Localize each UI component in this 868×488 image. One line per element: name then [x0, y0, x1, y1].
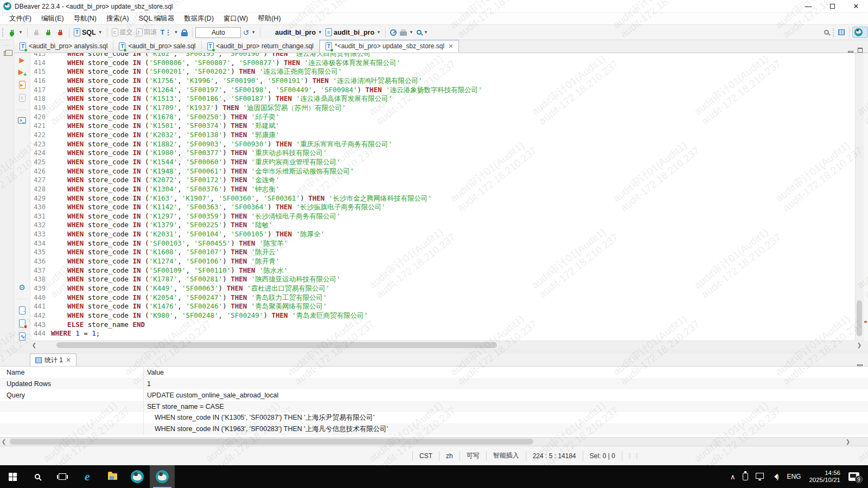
- sql-editor-button[interactable]: T SQL▼: [72, 27, 104, 37]
- results-horizontal-scrollbar[interactable]: ❮ ❯: [0, 437, 868, 446]
- code-line[interactable]: 428 WHEN store_code IN ('K1304', 'SF0037…: [30, 185, 855, 194]
- export-button[interactable]: ▼: [398, 28, 415, 37]
- tray-expand-chevron-icon[interactable]: ∧: [726, 465, 739, 488]
- code-line[interactable]: 426 WHEN store_code IN ('K1948', 'SF0006…: [30, 167, 855, 176]
- code-line[interactable]: 442 WHEN store_code IN ('K980', 'SF00248…: [30, 311, 855, 320]
- network-icon[interactable]: [752, 465, 768, 488]
- menu-item[interactable]: 文件(F): [4, 13, 36, 24]
- start-button[interactable]: [0, 465, 25, 488]
- minimize-button[interactable]: —: [796, 0, 820, 12]
- tab-close-icon[interactable]: ✕: [448, 43, 453, 50]
- taskbar-clock[interactable]: 14:56 2025/10/21: [805, 470, 845, 484]
- settings-gear-icon[interactable]: ⚙: [18, 284, 25, 291]
- code-line[interactable]: 443 ELSE store_name END: [30, 320, 855, 330]
- execute-script-icon[interactable]: ▸: [19, 81, 25, 89]
- editor-tab[interactable]: T*<audit_bi_pro> update_sbz_store.sql✕: [320, 40, 459, 53]
- code-line[interactable]: 441 WHEN store_code IN ('K1476', 'SF0024…: [30, 302, 855, 311]
- table-row[interactable]: Updated Rows1: [0, 378, 868, 389]
- code-line[interactable]: 417 WHEN store_code IN ('K1264', 'SF0019…: [30, 86, 855, 95]
- transaction-lock-icon[interactable]: [180, 28, 189, 37]
- dbeaver-taskbar-icon-active[interactable]: [150, 465, 175, 488]
- search-menu-button[interactable]: ▼: [415, 29, 430, 36]
- code-line[interactable]: 425 WHEN store_code IN ('K1544', 'SF0006…: [30, 158, 855, 167]
- editor-vertical-scrollbar[interactable]: [855, 53, 863, 341]
- code-line[interactable]: 424 WHEN store_code IN ('K1980', 'SF0037…: [30, 149, 855, 158]
- database-navigator-icon[interactable]: [3, 59, 11, 68]
- column-header-name[interactable]: Name: [0, 367, 144, 378]
- editor-tab[interactable]: T<audit_bi_pro> sale.sql: [113, 40, 201, 53]
- results-scroll-right-arrow[interactable]: ❯: [844, 438, 852, 446]
- new-connection-button[interactable]: ▼: [6, 27, 24, 38]
- explain-plan-icon[interactable]: ≡: [19, 94, 25, 102]
- code-line[interactable]: 418 WHEN store_code IN ('K1513', 'SF0018…: [30, 94, 855, 104]
- status-segment[interactable]: 智能插入: [487, 451, 526, 461]
- code-line[interactable]: 434 WHEN store_code IN ('SF00103', 'SF00…: [30, 239, 855, 248]
- results-scroll-left-arrow[interactable]: ❮: [0, 438, 8, 446]
- status-segment[interactable]: CST: [412, 451, 439, 461]
- close-button[interactable]: ✕: [844, 0, 868, 12]
- code-line[interactable]: 422 WHEN store_code IN ('K2032', 'SF0013…: [30, 131, 855, 140]
- execute-new-tab-icon[interactable]: ▶: [18, 68, 26, 76]
- code-line[interactable]: 419 WHEN store_code IN ('K1709', 'K1937'…: [30, 104, 855, 113]
- disconnect-button[interactable]: [54, 27, 66, 38]
- restore-view-icon[interactable]: [4, 51, 10, 56]
- code-line[interactable]: 431 WHEN store_code IN ('K1297', 'SF0035…: [30, 212, 855, 221]
- panel-splitter[interactable]: ▲▼: [0, 349, 868, 354]
- quick-search-icon[interactable]: [822, 29, 831, 36]
- sql-editor[interactable]: 413 WHEN store_code IN ('K162', 'SF00195…: [30, 53, 855, 341]
- table-row[interactable]: QueryUPDATE custom_online_sale_abroad_lo…: [0, 389, 868, 401]
- connect-button[interactable]: [30, 27, 42, 38]
- task-view-icon[interactable]: [50, 465, 75, 488]
- stats-tab[interactable]: 统计 1 ✕: [30, 354, 76, 366]
- code-line[interactable]: 415 WHEN store_code IN ('SF00201', 'SF00…: [30, 67, 855, 76]
- menu-item[interactable]: 帮助(H): [253, 13, 285, 24]
- statistics-file-icon[interactable]: ∿: [19, 332, 25, 341]
- table-row[interactable]: SET store_name = CASE: [0, 401, 868, 412]
- volume-icon[interactable]: [768, 465, 783, 488]
- reconnect-button[interactable]: [42, 27, 54, 38]
- column-header-value[interactable]: Value: [144, 369, 868, 376]
- sql-console-icon[interactable]: >_: [18, 117, 26, 124]
- dbeaver-taskbar-icon[interactable]: [125, 465, 150, 488]
- code-line[interactable]: 423 WHEN store_code IN ('K1882', 'SF0090…: [30, 140, 855, 149]
- dbeaver-perspective-button[interactable]: [852, 27, 868, 38]
- menu-item[interactable]: 导航(N): [69, 13, 101, 24]
- code-line[interactable]: 414 WHEN store_code IN ('SF00806', 'SF00…: [30, 59, 855, 68]
- editor-horizontal-scrollbar[interactable]: ❮ ❯: [30, 341, 863, 349]
- minimize-results-icon[interactable]: [857, 364, 863, 366]
- table-row[interactable]: WHEN store_code IN ('K1305', 'SF00287') …: [0, 412, 868, 423]
- commit-mode-select[interactable]: Auto: [195, 27, 241, 38]
- database-select[interactable]: audit_bi_pro▼: [263, 27, 324, 38]
- status-segment[interactable]: Sel: 0 | 0: [583, 451, 622, 461]
- code-line[interactable]: 439 WHEN store_code IN ('K449', 'SF00063…: [30, 284, 855, 293]
- code-line[interactable]: 430 WHEN store_code IN ('K1142', 'SF0036…: [30, 203, 855, 212]
- code-line[interactable]: 444WHERE 1 = 1;: [30, 329, 855, 338]
- menu-item[interactable]: 窗口(W): [219, 13, 253, 24]
- maximize-editor-icon[interactable]: [858, 48, 863, 53]
- notification-center-icon[interactable]: 9: [845, 465, 868, 488]
- menu-item[interactable]: SQL 编辑器: [134, 13, 180, 24]
- schema-select[interactable]: ≡ audit_bi_pro▼: [324, 27, 382, 37]
- file-explorer-icon[interactable]: [100, 465, 125, 488]
- usb-icon[interactable]: [739, 465, 752, 488]
- menu-item[interactable]: 编辑(E): [36, 13, 69, 24]
- code-line[interactable]: 427 WHEN store_code IN ('K2072', 'SF0017…: [30, 176, 855, 185]
- internet-explorer-icon[interactable]: e: [75, 465, 100, 488]
- export-result-icon[interactable]: →: [19, 306, 25, 314]
- dashboard-button[interactable]: [388, 28, 398, 37]
- code-line[interactable]: 432 WHEN store_code IN ('K1379', 'SF0022…: [30, 221, 855, 230]
- taskbar-search-icon[interactable]: [25, 465, 50, 488]
- code-line[interactable]: 420 WHEN store_code IN ('K1678', 'SF0025…: [30, 113, 855, 122]
- commit-button[interactable]: c提交: [110, 27, 135, 38]
- status-segment[interactable]: zh: [439, 451, 460, 461]
- scroll-right-arrow[interactable]: ❯: [856, 342, 863, 349]
- editor-tab[interactable]: T<audit_bi_pro> return_change.sql: [202, 40, 320, 53]
- table-row[interactable]: WHEN store_code IN ('K1963', 'SF00283') …: [0, 423, 868, 435]
- status-segment[interactable]: 224 : 5 : 14184: [526, 451, 583, 461]
- code-line[interactable]: 435 WHEN store_code IN ('K1608', 'SF0010…: [30, 248, 855, 257]
- stats-tab-close-icon[interactable]: ✕: [66, 356, 71, 364]
- menu-item[interactable]: 搜索(A): [101, 13, 134, 24]
- editor-tab[interactable]: T<audit_bi_pro> analysis.sql: [14, 40, 113, 53]
- code-line[interactable]: 429 WHEN store_code IN ('K163', 'K1907',…: [30, 194, 855, 203]
- unsaved-file-icon[interactable]: [19, 319, 25, 328]
